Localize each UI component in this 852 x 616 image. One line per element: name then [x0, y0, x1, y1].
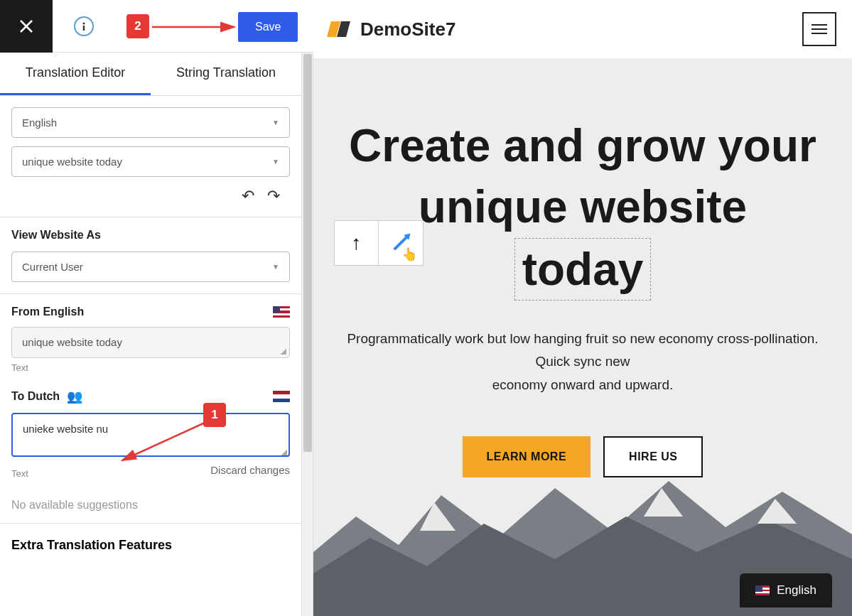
annotation-callout-2: 2	[126, 14, 149, 38]
save-button[interactable]: Save	[238, 12, 298, 42]
editor-panel: Translation Editor String Translation En…	[0, 53, 302, 616]
hero-subtext: Programmatically work but low hanging fr…	[313, 328, 852, 396]
tab-translation-editor[interactable]: Translation Editor	[0, 53, 151, 95]
hamburger-icon	[811, 24, 827, 34]
no-suggestions-text: No available suggestions	[11, 499, 290, 512]
pencil-icon	[393, 235, 408, 250]
hero-sub-line1[interactable]: Programmatically work but low hanging fr…	[335, 328, 831, 350]
menu-button[interactable]	[802, 12, 836, 46]
people-icon[interactable]: 👥	[67, 389, 82, 404]
info-icon[interactable]	[74, 16, 94, 36]
to-label: To Dutch	[11, 390, 60, 403]
undo-redo-group: ↶ ↷	[11, 185, 290, 205]
hero-heading-line3-selected[interactable]: today	[514, 238, 652, 301]
tab-string-translation[interactable]: String Translation	[151, 53, 301, 95]
flag-us-icon	[755, 585, 770, 595]
flag-nl-icon	[273, 391, 290, 402]
chevron-down-icon: ▼	[272, 263, 279, 271]
scrollbar-thumb[interactable]	[303, 54, 312, 452]
logo-icon	[329, 18, 350, 40]
previous-string-button[interactable]: ↑	[335, 221, 379, 265]
to-header: To Dutch 👥	[11, 389, 290, 404]
annotation-callout-1: 1	[203, 403, 226, 427]
preview-header: DemoSite7	[313, 0, 852, 58]
svg-point-2	[83, 22, 85, 24]
hero-section: Create and grow your unique website toda…	[313, 58, 852, 616]
translation-section: From English unique website today Text T…	[0, 294, 301, 524]
arrow-up-icon: ↑	[352, 232, 362, 254]
cursor-icon: 👆	[401, 247, 417, 262]
close-button[interactable]	[0, 0, 53, 53]
site-name: DemoSite7	[360, 18, 455, 40]
view-as-select[interactable]: Current User ▼	[11, 252, 290, 282]
language-select[interactable]: English ▼	[11, 107, 290, 138]
hero-sub-line3[interactable]: economy onward and upward.	[335, 374, 831, 396]
from-label: From English	[11, 306, 84, 318]
extra-features-heading: Extra Translation Features	[0, 524, 301, 561]
string-select-value: unique website today	[22, 156, 122, 168]
to-text-input[interactable]	[11, 413, 290, 457]
hero-heading-line2[interactable]: unique website	[419, 176, 747, 237]
string-select[interactable]: unique website today ▼	[11, 146, 290, 177]
from-hint: Text	[11, 362, 290, 373]
view-as-section: View Website As Current User ▼	[0, 217, 301, 294]
hero-sub-line2[interactable]: Quick sync new	[335, 350, 831, 373]
undo-icon[interactable]: ↶	[242, 187, 254, 205]
svg-rect-3	[83, 26, 85, 31]
chevron-down-icon: ▼	[272, 119, 279, 126]
language-select-value: English	[22, 117, 57, 129]
from-header: From English	[11, 306, 290, 318]
flag-us-icon	[273, 306, 290, 318]
discard-changes-link[interactable]: Discard changes	[210, 464, 290, 479]
close-icon	[18, 18, 34, 34]
site-logo-group[interactable]: DemoSite7	[329, 18, 455, 40]
panel-scrollbar[interactable]	[302, 53, 313, 616]
from-text-box: unique website today	[11, 327, 290, 358]
edit-string-button[interactable]: 👆	[379, 221, 423, 265]
string-edit-toolbar: ↑ 👆	[334, 220, 424, 266]
view-as-value: Current User	[22, 261, 83, 273]
language-switcher[interactable]: English	[740, 573, 832, 607]
selector-section: English ▼ unique website today ▼ ↶ ↷	[0, 96, 301, 217]
hero-heading-line1[interactable]: Create and grow your	[328, 115, 838, 176]
view-as-label: View Website As	[11, 229, 290, 242]
chevron-down-icon: ▼	[272, 158, 279, 166]
editor-tabs: Translation Editor String Translation	[0, 53, 301, 96]
to-hint: Text	[11, 468, 28, 479]
site-preview: DemoSite7 Create and grow your unique we…	[313, 0, 852, 616]
hero-heading: Create and grow your unique website toda…	[313, 115, 852, 301]
redo-icon[interactable]: ↷	[267, 187, 280, 205]
language-switcher-label: English	[777, 583, 816, 598]
